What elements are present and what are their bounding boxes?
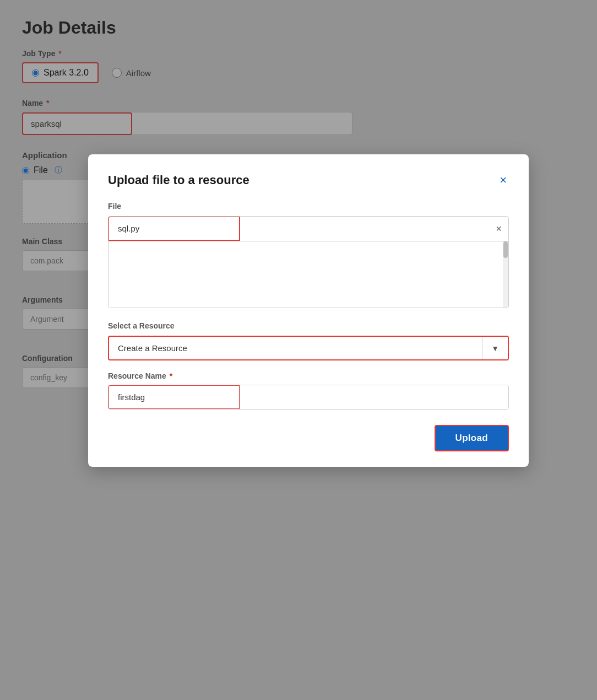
- resource-name-input[interactable]: [108, 385, 240, 410]
- file-section-label: File: [108, 202, 509, 211]
- resource-name-section: Resource Name *: [108, 371, 509, 410]
- resource-select-label: Select a Resource: [108, 321, 509, 330]
- file-area-body: [108, 241, 508, 308]
- scrollbar-thumb[interactable]: [503, 241, 508, 258]
- modal-title: Upload file to a resource: [108, 173, 249, 187]
- file-section: File ×: [108, 202, 509, 308]
- resource-name-label: Resource Name *: [108, 371, 509, 380]
- resource-select-value: Create a Resource: [109, 337, 482, 359]
- file-area-top: ×: [108, 217, 508, 241]
- modal-close-button[interactable]: ×: [497, 172, 509, 189]
- resource-name-wrapper: [108, 385, 509, 410]
- resource-select-wrapper[interactable]: Create a Resource ▼: [108, 336, 509, 360]
- file-area-spacer: ×: [240, 217, 508, 241]
- modal-footer: Upload: [108, 425, 509, 451]
- resource-select-section: Select a Resource Create a Resource ▼: [108, 321, 509, 360]
- file-clear-icon[interactable]: ×: [496, 223, 502, 235]
- upload-button[interactable]: Upload: [435, 425, 509, 451]
- file-name-input[interactable]: [108, 216, 240, 241]
- scrollbar-track[interactable]: [503, 241, 508, 308]
- resource-name-rest: [240, 385, 508, 409]
- resource-select-arrow-icon[interactable]: ▼: [482, 337, 508, 359]
- upload-modal: Upload file to a resource × File × Selec…: [88, 154, 529, 467]
- modal-header: Upload file to a resource ×: [108, 172, 509, 189]
- file-area: ×: [108, 216, 509, 308]
